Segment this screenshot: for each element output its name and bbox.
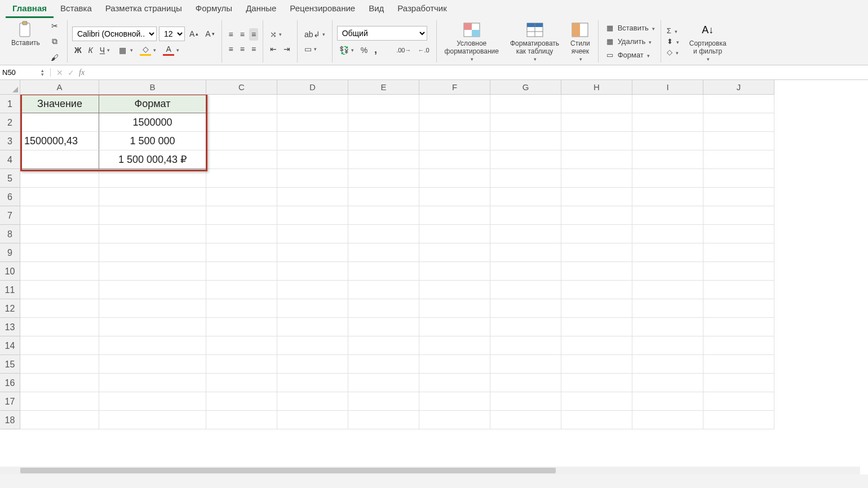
align-left-button[interactable]: ≡ — [227, 43, 236, 55]
cell-E7[interactable] — [348, 206, 419, 225]
align-center-button[interactable]: ≡ — [238, 43, 247, 55]
cell-B8[interactable] — [99, 225, 206, 243]
cell-B14[interactable] — [99, 336, 206, 355]
col-header-E[interactable]: E — [348, 80, 419, 95]
cell-C16[interactable] — [206, 374, 277, 392]
cell-C18[interactable] — [206, 411, 277, 429]
cell-J16[interactable] — [703, 374, 774, 392]
cell-C11[interactable] — [206, 281, 277, 299]
cell-B12[interactable] — [99, 299, 206, 318]
cell-H4[interactable] — [561, 150, 632, 169]
cell-D17[interactable] — [277, 392, 348, 411]
cell-J18[interactable] — [703, 411, 774, 429]
cell-B4[interactable]: 1 500 000,43 ₽ — [99, 150, 206, 169]
cell-H2[interactable] — [561, 113, 632, 132]
cell-E4[interactable] — [348, 150, 419, 169]
font-size-select[interactable]: 12 — [159, 26, 185, 41]
cell-C8[interactable] — [206, 225, 277, 243]
cell-F13[interactable] — [419, 318, 490, 336]
cell-G11[interactable] — [490, 281, 561, 299]
row-header-13[interactable]: 13 — [0, 318, 20, 336]
fill-color-button[interactable]: ◇ — [138, 43, 158, 57]
cell-G16[interactable] — [490, 374, 561, 392]
cell-F16[interactable] — [419, 374, 490, 392]
cell-C5[interactable] — [206, 169, 277, 188]
cell-B17[interactable] — [99, 392, 206, 411]
row-header-4[interactable]: 4 — [0, 150, 20, 169]
tab-developer[interactable]: Разработчик — [391, 0, 453, 18]
cell-J3[interactable] — [703, 132, 774, 150]
cell-B11[interactable] — [99, 281, 206, 299]
row-header-9[interactable]: 9 — [0, 243, 20, 262]
insert-cells-button[interactable]: ▦Вставить — [603, 22, 656, 34]
cell-D16[interactable] — [277, 374, 348, 392]
percent-button[interactable]: % — [358, 44, 370, 56]
align-top-button[interactable]: ≡ — [227, 28, 236, 41]
cell-D13[interactable] — [277, 318, 348, 336]
col-header-D[interactable]: D — [277, 80, 348, 95]
cell-D1[interactable] — [277, 95, 348, 113]
col-header-B[interactable]: B — [99, 80, 206, 95]
autosum-button[interactable]: Σ — [666, 26, 680, 36]
format-cells-button[interactable]: ▭Формат — [603, 49, 656, 61]
cell-F17[interactable] — [419, 392, 490, 411]
cell-F7[interactable] — [419, 206, 490, 225]
row-header-7[interactable]: 7 — [0, 206, 20, 225]
row-header-10[interactable]: 10 — [0, 262, 20, 281]
italic-button[interactable]: К — [86, 44, 95, 56]
increase-font-button[interactable]: A▴ — [187, 28, 201, 40]
cell-F12[interactable] — [419, 299, 490, 318]
copy-button[interactable]: ⧉ — [47, 35, 63, 48]
cell-G7[interactable] — [490, 206, 561, 225]
cell-C12[interactable] — [206, 299, 277, 318]
name-box[interactable]: N50 ▴▾ — [0, 68, 51, 77]
cell-F11[interactable] — [419, 281, 490, 299]
cell-F1[interactable] — [419, 95, 490, 113]
cell-A18[interactable] — [20, 411, 99, 429]
cell-I1[interactable] — [632, 95, 703, 113]
cell-A6[interactable] — [20, 188, 99, 206]
cell-E1[interactable] — [348, 95, 419, 113]
cell-H10[interactable] — [561, 262, 632, 281]
cell-I5[interactable] — [632, 169, 703, 188]
cell-F3[interactable] — [419, 132, 490, 150]
cell-A8[interactable] — [20, 225, 99, 243]
cell-D8[interactable] — [277, 225, 348, 243]
cell-E16[interactable] — [348, 374, 419, 392]
cell-A14[interactable] — [20, 336, 99, 355]
cell-H17[interactable] — [561, 392, 632, 411]
cell-A12[interactable] — [20, 299, 99, 318]
cell-A7[interactable] — [20, 206, 99, 225]
cell-H12[interactable] — [561, 299, 632, 318]
cell-G17[interactable] — [490, 392, 561, 411]
cell-F5[interactable] — [419, 169, 490, 188]
col-header-G[interactable]: G — [490, 80, 561, 95]
cell-B2[interactable]: 1500000 — [99, 113, 206, 132]
cell-H1[interactable] — [561, 95, 632, 113]
cell-B5[interactable] — [99, 169, 206, 188]
tab-view[interactable]: Вид — [362, 0, 391, 18]
cell-I8[interactable] — [632, 225, 703, 243]
cell-D9[interactable] — [277, 243, 348, 262]
cell-C13[interactable] — [206, 318, 277, 336]
cell-I15[interactable] — [632, 355, 703, 374]
align-middle-button[interactable]: ≡ — [238, 28, 247, 41]
cell-B6[interactable] — [99, 188, 206, 206]
conditional-formatting-button[interactable]: Условное форматирование — [441, 20, 502, 63]
col-header-H[interactable]: H — [561, 80, 632, 95]
decrease-font-button[interactable]: A▾ — [203, 28, 216, 40]
cell-F6[interactable] — [419, 188, 490, 206]
cell-I7[interactable] — [632, 206, 703, 225]
cell-F8[interactable] — [419, 225, 490, 243]
cell-J12[interactable] — [703, 299, 774, 318]
cell-H14[interactable] — [561, 336, 632, 355]
cell-G9[interactable] — [490, 243, 561, 262]
accounting-button[interactable]: 💱 — [337, 44, 356, 56]
cell-C7[interactable] — [206, 206, 277, 225]
sort-filter-button[interactable]: A↓ Сортировка и фильтр — [686, 20, 730, 63]
bold-button[interactable]: Ж — [72, 44, 84, 56]
cell-E10[interactable] — [348, 262, 419, 281]
cell-A16[interactable] — [20, 374, 99, 392]
orientation-button[interactable]: ⤭ — [268, 28, 284, 41]
cell-C17[interactable] — [206, 392, 277, 411]
